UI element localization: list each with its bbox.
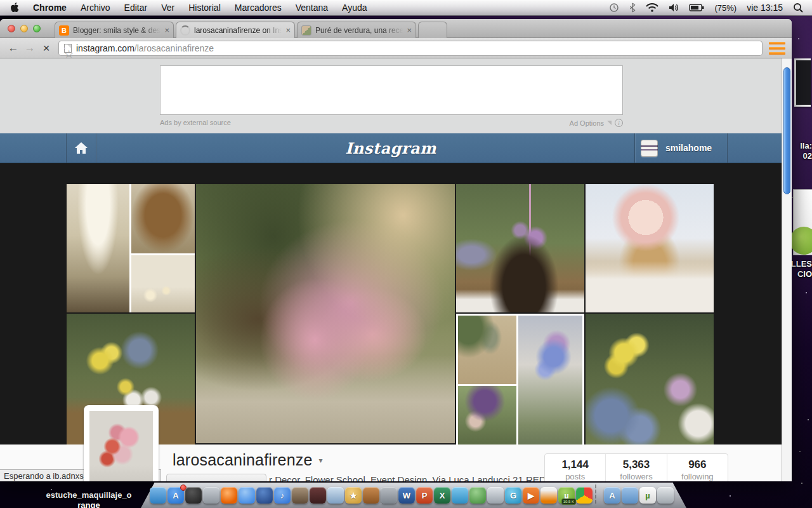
- dock-photo-booth[interactable]: [292, 487, 308, 504]
- browser-window: B Blogger: smila style & desi × larosaca…: [0, 19, 792, 481]
- dock-star-app[interactable]: ★: [345, 487, 362, 504]
- menu-chrome[interactable]: Chrome: [33, 3, 67, 13]
- stat-posts[interactable]: 1,144 posts: [545, 454, 605, 481]
- dock-satellite-app[interactable]: [487, 487, 504, 504]
- dock-radio-app[interactable]: [203, 487, 219, 504]
- dock-iphoto[interactable]: [327, 487, 344, 504]
- chrome-menu-icon[interactable]: [769, 42, 785, 55]
- battery-icon[interactable]: [689, 4, 704, 11]
- tab-blogger[interactable]: B Blogger: smila style & desi ×: [55, 22, 174, 38]
- photo-tile-lemons-garden[interactable]: [586, 314, 714, 444]
- time-machine-icon[interactable]: [609, 3, 619, 13]
- tab-close-icon[interactable]: ×: [407, 27, 412, 34]
- desktop-file-label[interactable]: estuche_maquillaje_o range: [19, 490, 159, 508]
- new-tab-stub[interactable]: [418, 22, 447, 38]
- tab-instagram-active[interactable]: larosacaninafirenze on Ins ×: [176, 22, 295, 38]
- instagram-header: Instagram smilahome: [0, 133, 782, 163]
- back-button[interactable]: ←: [5, 41, 22, 56]
- ad-options[interactable]: Ad Options i: [558, 119, 623, 127]
- desktop-photo-icon[interactable]: [794, 58, 811, 107]
- dock-vlc[interactable]: [540, 487, 557, 504]
- dock-applications-folder[interactable]: A: [604, 487, 620, 504]
- menu-ver[interactable]: Ver: [161, 3, 174, 13]
- profile-username: larosacaninafirenze ▾: [173, 451, 323, 469]
- dock-system-preferences[interactable]: [381, 487, 397, 504]
- dock-safari[interactable]: [239, 487, 255, 504]
- stop-button[interactable]: ×: [38, 41, 55, 56]
- spotlight-icon[interactable]: [793, 3, 803, 13]
- photo-blue-bouquet-vase: [518, 316, 582, 444]
- page-content: Ads by external source Ad Options i Inst…: [0, 58, 782, 481]
- apple-menu-icon[interactable]: [10, 3, 19, 13]
- dock-word[interactable]: W: [398, 487, 415, 504]
- dock-garageband[interactable]: [363, 487, 379, 504]
- scrollbar[interactable]: [782, 58, 792, 481]
- photo-tile-florists-working[interactable]: [196, 184, 455, 443]
- photo-tile-wedding-table[interactable]: [586, 184, 714, 312]
- dock-itunes[interactable]: ♪: [274, 487, 291, 504]
- zoom-window-button[interactable]: [33, 25, 41, 32]
- menu-archivo[interactable]: Archivo: [81, 3, 110, 13]
- dock-imovie[interactable]: [310, 487, 326, 504]
- dock-firefox[interactable]: [221, 487, 237, 504]
- dock-download-globe[interactable]: [469, 487, 486, 504]
- dock-excel[interactable]: X: [434, 487, 450, 504]
- scrollbar-thumb[interactable]: [783, 67, 790, 194]
- photo-candles: [131, 255, 195, 312]
- ad-source-label: Ads by external source: [160, 119, 231, 126]
- profile-avatar[interactable]: [84, 405, 159, 481]
- bluetooth-icon[interactable]: [629, 3, 636, 13]
- dock-utorrent[interactable]: µ10.5 K: [558, 487, 575, 504]
- menu-ventana[interactable]: Ventana: [296, 3, 328, 13]
- stat-followers[interactable]: 5,363 followers: [605, 454, 666, 481]
- bookmark-star-icon[interactable]: ☆: [64, 48, 65, 49]
- blogger-favicon: B: [59, 25, 69, 36]
- dock-app-store[interactable]: A: [167, 487, 184, 504]
- tab-close-icon[interactable]: ×: [164, 27, 169, 34]
- wifi-icon[interactable]: [646, 3, 658, 12]
- stat-following[interactable]: 966 following: [667, 454, 728, 481]
- photo-wooden-door: [131, 184, 195, 253]
- user-name: smilahome: [665, 143, 712, 153]
- photo-tile-flower-collage[interactable]: [456, 314, 584, 444]
- dock-quicktime[interactable]: [256, 487, 273, 504]
- profile-stats: 1,144 posts 5,363 followers 966 followin…: [544, 453, 728, 481]
- menu-ayuda[interactable]: Ayuda: [342, 3, 367, 13]
- profile-menu-caret-icon[interactable]: ▾: [319, 456, 323, 465]
- menu-historial[interactable]: Historial: [188, 3, 221, 13]
- forward-button[interactable]: →: [22, 41, 38, 56]
- dock-finder[interactable]: [150, 487, 166, 504]
- dock-divider: [595, 485, 601, 504]
- tab-close-icon[interactable]: ×: [285, 27, 291, 34]
- dock-orange-player[interactable]: ▶: [523, 487, 539, 504]
- close-window-button[interactable]: [8, 25, 15, 32]
- dock-chrome[interactable]: [576, 487, 593, 504]
- tab-pure-de-verdura[interactable]: Puré de verdura, una recet ×: [297, 22, 416, 38]
- dock-documents-folder[interactable]: [622, 487, 638, 504]
- menu-editar[interactable]: Editar: [124, 3, 148, 13]
- photo-tile-garden-lanterns[interactable]: [456, 184, 584, 312]
- menu-clock[interactable]: vie 13:15: [747, 3, 783, 13]
- info-icon[interactable]: i: [615, 119, 623, 127]
- profile-action-button[interactable]: [166, 474, 266, 481]
- browser-toolbar: ← → × instagram.com/larosacaninafirenze …: [0, 38, 792, 58]
- dock-trash[interactable]: [657, 487, 674, 504]
- dock-powerpoint[interactable]: P: [416, 487, 433, 504]
- menu-marcadores[interactable]: Marcadores: [235, 3, 282, 13]
- logged-in-user[interactable]: smilahome: [634, 133, 727, 163]
- dock: A♪★WPXG▶µ10.5 KAµ: [141, 483, 686, 508]
- photo-church-aisle: [67, 184, 129, 312]
- dock-messenger[interactable]: [452, 487, 468, 504]
- minimize-window-button[interactable]: [20, 25, 28, 32]
- desktop-document-icon[interactable]: [793, 189, 812, 255]
- address-bar[interactable]: instagram.com/larosacaninafirenze ☆: [58, 41, 763, 56]
- dock-g-lite-app[interactable]: G: [505, 487, 521, 504]
- dock-torrent-file[interactable]: µ: [639, 487, 656, 504]
- profile-bio: r Decor, Flower School, Event Design, Vi…: [269, 474, 546, 481]
- photo-tile-church-collage[interactable]: [67, 184, 195, 312]
- home-button[interactable]: [66, 133, 96, 163]
- dock-dashboard[interactable]: [185, 487, 202, 504]
- volume-icon[interactable]: [669, 3, 679, 12]
- ad-options-label[interactable]: Ad Options: [570, 119, 604, 127]
- ad-frame[interactable]: [160, 65, 623, 115]
